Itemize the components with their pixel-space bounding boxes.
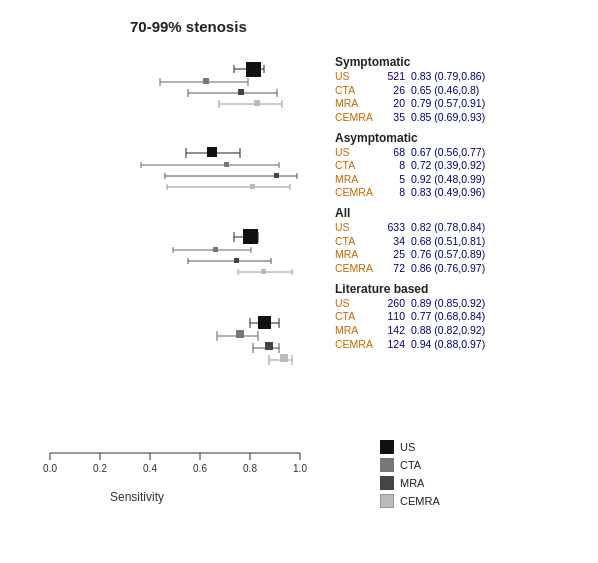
n-lit-cta: 110 (377, 310, 405, 324)
val-a-us: 0.67 (0.56,0.77) (411, 146, 485, 160)
row-lit-us: US 260 0.89 (0.85,0.92) (335, 297, 595, 311)
label-a-cemra: CEMRA (335, 186, 377, 200)
n-s-cta: 26 (377, 84, 405, 98)
row-s-mra: MRA 20 0.79 (0.57,0.91) (335, 97, 595, 111)
x-axis-label: Sensitivity (110, 490, 164, 504)
svg-text:0.2: 0.2 (93, 463, 107, 474)
label-s-us: US (335, 70, 377, 84)
svg-text:0.0: 0.0 (43, 463, 57, 474)
svg-rect-56 (236, 330, 244, 338)
val-lit-cemra: 0.94 (0.88,0.97) (411, 338, 485, 352)
legend: US CTA MRA CEMRA (380, 440, 540, 512)
val-lit-cta: 0.77 (0.68,0.84) (411, 310, 485, 324)
val-all-mra: 0.76 (0.57,0.89) (411, 248, 485, 262)
n-s-cemra: 35 (377, 111, 405, 125)
row-lit-mra: MRA 142 0.88 (0.82,0.92) (335, 324, 595, 338)
row-s-cemra: CEMRA 35 0.85 (0.69,0.93) (335, 111, 595, 125)
group-all: All US 633 0.82 (0.78,0.84) CTA 34 0.68 … (335, 206, 595, 276)
chart-title: 70-99% stenosis (130, 18, 247, 35)
val-all-us: 0.82 (0.78,0.84) (411, 221, 485, 235)
chart-container: 70-99% stenosis (0, 0, 598, 563)
group-title-asymptomatic: Asymptomatic (335, 131, 595, 145)
row-all-us: US 633 0.82 (0.78,0.84) (335, 221, 595, 235)
n-a-mra: 5 (377, 173, 405, 187)
n-all-mra: 25 (377, 248, 405, 262)
val-lit-us: 0.89 (0.85,0.92) (411, 297, 485, 311)
n-lit-us: 260 (377, 297, 405, 311)
legend-box-cemra (380, 494, 394, 508)
svg-rect-10 (238, 89, 244, 95)
group-title-all: All (335, 206, 595, 220)
svg-text:1.0: 1.0 (293, 463, 307, 474)
n-s-us: 521 (377, 70, 405, 84)
label-lit-cta: CTA (335, 310, 377, 324)
svg-rect-1 (246, 62, 261, 77)
n-lit-mra: 142 (377, 324, 405, 338)
legend-item-cemra: CEMRA (380, 494, 540, 508)
svg-text:0.8: 0.8 (243, 463, 257, 474)
label-lit-mra: MRA (335, 324, 377, 338)
svg-rect-22 (224, 162, 229, 167)
label-lit-cemra: CEMRA (335, 338, 377, 352)
legend-label-us: US (400, 441, 415, 453)
row-lit-cemra: CEMRA 124 0.94 (0.88,0.97) (335, 338, 595, 352)
legend-label-cta: CTA (400, 459, 421, 471)
label-s-mra: MRA (335, 97, 377, 111)
val-all-cemra: 0.86 (0.76,0.97) (411, 262, 485, 276)
val-a-mra: 0.92 (0.48,0.99) (411, 173, 485, 187)
row-all-mra: MRA 25 0.76 (0.57,0.89) (335, 248, 595, 262)
label-a-mra: MRA (335, 173, 377, 187)
group-symptomatic: Symptomatic US 521 0.83 (0.79,0.86) CTA … (335, 55, 595, 125)
legend-item-mra: MRA (380, 476, 540, 490)
group-title-symptomatic: Symptomatic (335, 55, 595, 69)
n-lit-cemra: 124 (377, 338, 405, 352)
legend-item-cta: CTA (380, 458, 540, 472)
val-all-cta: 0.68 (0.51,0.81) (411, 235, 485, 249)
label-a-us: US (335, 146, 377, 160)
row-s-us: US 521 0.83 (0.79,0.86) (335, 70, 595, 84)
svg-text:0.4: 0.4 (143, 463, 157, 474)
label-a-cta: CTA (335, 159, 377, 173)
val-s-mra: 0.79 (0.57,0.91) (411, 97, 485, 111)
forest-plot (40, 55, 335, 445)
label-s-cemra: CEMRA (335, 111, 377, 125)
legend-box-cta (380, 458, 394, 472)
n-all-us: 633 (377, 221, 405, 235)
legend-box-us (380, 440, 394, 454)
n-all-cemra: 72 (377, 262, 405, 276)
svg-rect-60 (265, 342, 273, 350)
row-lit-cta: CTA 110 0.77 (0.68,0.84) (335, 310, 595, 324)
svg-rect-30 (250, 184, 255, 189)
x-axis: 0.0 0.2 0.4 0.6 0.8 1.0 (40, 448, 310, 493)
legend-box-mra (380, 476, 394, 490)
row-all-cemra: CEMRA 72 0.86 (0.76,0.97) (335, 262, 595, 276)
group-title-literature: Literature based (335, 282, 595, 296)
label-all-cemra: CEMRA (335, 262, 377, 276)
val-a-cemra: 0.83 (0.49,0.96) (411, 186, 485, 200)
label-all-mra: MRA (335, 248, 377, 262)
legend-item-us: US (380, 440, 540, 454)
val-s-us: 0.83 (0.79,0.86) (411, 70, 485, 84)
label-all-cta: CTA (335, 235, 377, 249)
val-lit-mra: 0.88 (0.82,0.92) (411, 324, 485, 338)
row-a-cemra: CEMRA 8 0.83 (0.49,0.96) (335, 186, 595, 200)
n-s-mra: 20 (377, 97, 405, 111)
svg-rect-39 (213, 247, 218, 252)
legend-label-mra: MRA (400, 477, 424, 489)
labels-area: Symptomatic US 521 0.83 (0.79,0.86) CTA … (335, 55, 595, 357)
svg-rect-51 (258, 316, 271, 329)
row-a-us: US 68 0.67 (0.56,0.77) (335, 146, 595, 160)
label-s-cta: CTA (335, 84, 377, 98)
group-literature: Literature based US 260 0.89 (0.85,0.92)… (335, 282, 595, 352)
svg-rect-34 (243, 229, 258, 244)
label-all-us: US (335, 221, 377, 235)
row-a-cta: CTA 8 0.72 (0.39,0.92) (335, 159, 595, 173)
row-all-cta: CTA 34 0.68 (0.51,0.81) (335, 235, 595, 249)
svg-rect-64 (280, 354, 288, 362)
group-asymptomatic: Asymptomatic US 68 0.67 (0.56,0.77) CTA … (335, 131, 595, 201)
n-a-us: 68 (377, 146, 405, 160)
legend-label-cemra: CEMRA (400, 495, 440, 507)
label-lit-us: US (335, 297, 377, 311)
svg-rect-47 (261, 269, 266, 274)
n-a-cta: 8 (377, 159, 405, 173)
